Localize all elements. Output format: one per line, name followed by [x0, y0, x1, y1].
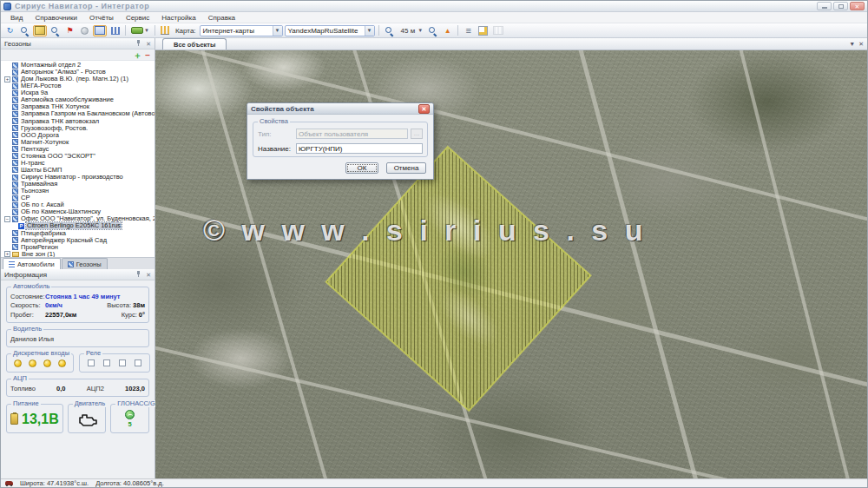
map-source-combobox[interactable]: Интернет-карты ▼	[200, 25, 283, 36]
dialog-close-button[interactable]: ✕	[418, 104, 430, 114]
zone-icon	[12, 175, 18, 181]
menu-item[interactable]: Вид	[4, 14, 29, 22]
menu-item[interactable]: Сервис	[120, 14, 155, 22]
name-field[interactable]	[296, 143, 423, 154]
fit-window-icon[interactable]	[93, 25, 107, 36]
measure-icon[interactable]	[108, 25, 122, 36]
zone-icon	[12, 69, 18, 76]
type-label: Тип:	[258, 130, 296, 138]
map-layer-combobox[interactable]: YandexMapRuSatellite ▼	[285, 25, 375, 36]
cancel-button[interactable]: Отмена	[386, 162, 426, 174]
zone-icon	[12, 209, 18, 215]
fuel-label: Топливо	[10, 385, 36, 392]
relay-checkbox[interactable]	[88, 359, 95, 366]
discrete-inputs-leds	[10, 358, 69, 369]
expander-icon[interactable]: +	[4, 251, 10, 257]
close-icon[interactable]: ✕	[146, 41, 151, 47]
zone-icon	[12, 76, 18, 82]
vehicle-group: Автомобиль Состояние: Стоянка 1 час 49 м…	[6, 287, 149, 323]
gps-satellite-count: 5	[128, 420, 132, 428]
latitude-value: Широта: 47.41938°с.ш.	[20, 479, 89, 487]
tab-vehicles[interactable]: Автомобили	[3, 258, 61, 269]
menu-item[interactable]: Отчёты	[83, 14, 120, 22]
zone-icon	[12, 111, 18, 117]
add-geozone-button[interactable]: ＋	[133, 51, 141, 59]
close-icon[interactable]: ✕	[146, 272, 151, 278]
zone-icon	[12, 132, 18, 138]
maximize-button[interactable]	[833, 2, 848, 10]
power-group-label: Питание	[11, 400, 41, 407]
map-label: Карта:	[175, 27, 196, 35]
vehicle-icon: P	[18, 223, 24, 229]
chart-icon[interactable]	[159, 25, 172, 36]
zoom-level-icon[interactable]: 45 м▼	[398, 25, 425, 36]
geozone-tree: Монтажный отдел 2Авторынок "Алмаз" - Рос…	[1, 61, 155, 257]
app-icon	[3, 3, 11, 10]
route-icon[interactable]	[441, 25, 454, 36]
close-icon[interactable]: ✕	[858, 41, 864, 48]
map-tab-all-objects[interactable]: Все объекты	[162, 38, 227, 49]
map-select-icon[interactable]	[33, 25, 47, 36]
zoom-in-icon[interactable]	[383, 25, 396, 36]
close-button[interactable]: ✕	[850, 2, 865, 10]
zoom-window-icon[interactable]	[49, 25, 62, 36]
info-panel-title: Информация	[4, 271, 47, 279]
driver-name: Данилов Илья	[10, 335, 54, 343]
toolbar-right-group: 45 м▼	[383, 25, 506, 36]
chevron-down-icon[interactable]: ▼	[849, 41, 855, 47]
menu-item[interactable]: Справка	[202, 14, 241, 22]
toolbar-separator	[378, 25, 379, 36]
tree-item[interactable]: +Вне зон (1)	[1, 251, 155, 257]
flag-icon[interactable]	[63, 25, 76, 36]
pin-icon[interactable]	[135, 40, 141, 47]
dialog-title-bar[interactable]: Свойства объекта ✕	[247, 103, 433, 115]
minimize-button[interactable]	[817, 2, 832, 10]
refresh-icon[interactable]	[3, 25, 16, 36]
zone-icon	[12, 139, 18, 145]
status-bar: Широта: 47.41938°с.ш. Долгота: 40.08605°…	[1, 478, 867, 487]
fuel-value: 0,0	[56, 385, 65, 392]
speed-value: 0км/ч	[45, 301, 62, 309]
engine-icon	[76, 412, 97, 426]
zone-icon	[12, 104, 18, 110]
zone-icon	[12, 146, 18, 152]
relay-checkbox[interactable]	[103, 359, 110, 366]
zone-icon	[12, 167, 18, 173]
zone-icon	[12, 237, 18, 243]
clear-icon[interactable]	[78, 25, 91, 36]
map-layer-value: YandexMapRuSatellite	[288, 27, 358, 35]
expander-icon[interactable]: −	[4, 216, 10, 222]
adc2-value: 1023,0	[125, 385, 145, 392]
car-icon	[5, 481, 13, 485]
dialog-title: Свойства объекта	[251, 105, 314, 113]
geofence-polygon[interactable]	[326, 147, 590, 412]
legend-icon[interactable]	[462, 25, 475, 36]
properties-group-label: Свойства	[258, 118, 290, 125]
expander-icon[interactable]: +	[4, 76, 10, 82]
zoom-mode-icon[interactable]	[18, 25, 31, 36]
input-led-icon	[58, 359, 66, 367]
ok-button[interactable]: ОК	[345, 162, 378, 174]
relay-checkbox[interactable]	[135, 359, 141, 366]
relay-checkbox[interactable]	[119, 359, 126, 366]
zone-icon	[12, 160, 18, 166]
map-source-value: Интернет-карты	[203, 27, 254, 35]
menu-item[interactable]: Настройка	[155, 14, 201, 22]
chevron-down-icon[interactable]: ▼	[365, 26, 374, 36]
remove-geozone-button[interactable]: −	[145, 51, 150, 59]
chevron-down-icon[interactable]: ▼	[273, 26, 282, 36]
relay-group-label: Реле	[84, 350, 102, 357]
zone-icon	[12, 216, 18, 222]
tab-geozones[interactable]: Геозоны	[62, 258, 108, 269]
edit-icon[interactable]	[477, 25, 490, 36]
zone-icon	[12, 97, 18, 103]
app-window: Сириус Навигатор - Интегратор ✕ ВидСправ…	[0, 0, 868, 488]
zoom-out-icon[interactable]	[426, 25, 439, 36]
pin-icon[interactable]	[135, 271, 141, 278]
menu-item[interactable]: Справочники	[29, 14, 82, 22]
mileage-label: Пробег:	[10, 311, 45, 319]
satellite-map[interactable]: © w w w . s i r i u s . s u Свойства объ…	[155, 50, 867, 478]
browse-button: …	[411, 129, 423, 139]
vehicle-group-label: Автомобиль	[11, 283, 51, 290]
vehicle-icon[interactable]: ▼	[129, 25, 151, 36]
